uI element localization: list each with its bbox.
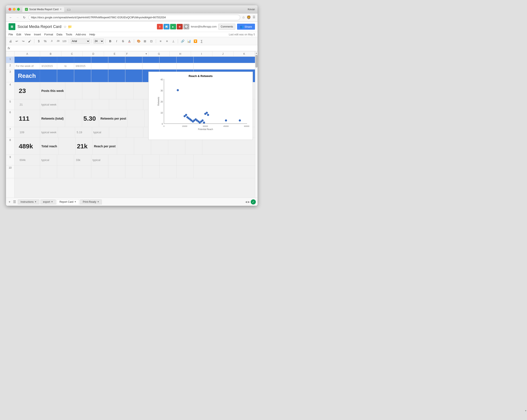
italic-button[interactable]: I: [114, 38, 119, 44]
cell-c9[interactable]: [57, 155, 74, 165]
folder-icon[interactable]: 📁: [68, 25, 72, 29]
add-sheet-button[interactable]: +: [8, 200, 11, 204]
cell-d6[interactable]: 5.30: [82, 110, 99, 127]
bookmark-icon[interactable]: ☆: [242, 15, 245, 19]
cell-i9[interactable]: [159, 155, 176, 165]
cell-h1[interactable]: [143, 57, 159, 63]
menu-addons[interactable]: Add-ons: [76, 33, 86, 36]
menu-insert[interactable]: Insert: [34, 33, 41, 36]
buffer-icon-4[interactable]: 🎯: [177, 24, 183, 29]
font-color-button[interactable]: A: [127, 38, 132, 44]
cell-b6[interactable]: Retweets (total): [40, 110, 65, 127]
strikethrough-button[interactable]: S: [120, 38, 126, 44]
fill-color-button[interactable]: 🎨: [136, 38, 141, 44]
cell-c4[interactable]: [65, 82, 82, 99]
refresh-button[interactable]: ↻: [22, 15, 27, 20]
print-button[interactable]: 🖨: [8, 38, 13, 44]
cell-g2[interactable]: [125, 63, 143, 69]
cell-a5[interactable]: 21: [14, 99, 40, 110]
cell-b5[interactable]: typical week: [40, 99, 58, 110]
cell-g8[interactable]: [134, 138, 151, 155]
cell-d4[interactable]: [82, 82, 99, 99]
cell-f9[interactable]: [108, 155, 125, 165]
scroll-thumb[interactable]: [255, 55, 258, 67]
extension-icon-2[interactable]: ☰: [253, 15, 255, 19]
cell-g7[interactable]: [126, 127, 143, 137]
cell-f4[interactable]: [116, 82, 133, 99]
cell-i2[interactable]: [159, 63, 176, 69]
minimize-button[interactable]: [13, 8, 16, 11]
tab-instructions[interactable]: Instructions ▼: [18, 199, 39, 204]
cell-d5[interactable]: [75, 99, 92, 110]
cell-g4[interactable]: [133, 82, 151, 99]
number-format-button[interactable]: 123: [62, 38, 67, 44]
cell-e9[interactable]: typical: [91, 155, 108, 165]
url-input[interactable]: [29, 15, 240, 20]
cell-b8[interactable]: Total reach: [40, 138, 59, 155]
cell-b9[interactable]: typical: [40, 155, 57, 165]
cell-g1[interactable]: [125, 57, 143, 63]
cell-e6[interactable]: Retweets per post: [99, 110, 128, 127]
cell-i1[interactable]: [159, 57, 176, 63]
tab-report-card[interactable]: Report Card ▼: [57, 199, 79, 204]
cell-e1[interactable]: [91, 57, 108, 63]
share-button[interactable]: 👥 Share: [237, 24, 255, 30]
menu-format[interactable]: Format: [44, 33, 53, 36]
cell-a4[interactable]: 23: [14, 82, 40, 99]
menu-file[interactable]: File: [9, 33, 13, 36]
cell-d7[interactable]: 5.19: [75, 127, 92, 137]
cell-d8[interactable]: 21k: [76, 138, 93, 155]
cell-c2[interactable]: to: [57, 63, 74, 69]
close-button[interactable]: [9, 8, 11, 11]
cell-e4[interactable]: [99, 82, 116, 99]
cell-e2[interactable]: [91, 63, 108, 69]
cell-h9[interactable]: [143, 155, 159, 165]
buffer-icon-3[interactable]: ▶: [170, 24, 176, 29]
cell-g10[interactable]: [125, 166, 143, 178]
extension-icon-1[interactable]: 🦁: [247, 15, 251, 19]
cell-d10[interactable]: [74, 166, 91, 178]
cell-a1[interactable]: [14, 57, 40, 63]
tab-close-icon[interactable]: ✕: [60, 8, 62, 11]
format-paint-button[interactable]: 🖌: [27, 38, 33, 44]
cell-a8[interactable]: 489k: [14, 138, 40, 155]
cell-c3[interactable]: [57, 69, 74, 82]
cell-b10[interactable]: [40, 166, 57, 178]
align-left-button[interactable]: ≡: [158, 38, 163, 44]
cell-g3[interactable]: [125, 69, 143, 82]
cell-c7[interactable]: [58, 127, 75, 137]
currency-button[interactable]: $: [36, 38, 42, 44]
sheets-list-button[interactable]: ☰: [12, 200, 17, 204]
font-size-select[interactable]: 24: [94, 39, 104, 44]
cell-b2[interactable]: 3/13/2015: [40, 63, 57, 69]
vertical-align-button[interactable]: ⊥: [171, 38, 176, 44]
maximize-button[interactable]: [17, 8, 20, 11]
cell-i8[interactable]: [168, 138, 185, 155]
menu-data[interactable]: Data: [56, 33, 62, 36]
cell-c6[interactable]: [65, 110, 82, 127]
cell-i10[interactable]: [159, 166, 176, 178]
cell-f7[interactable]: [109, 127, 126, 137]
cell-d3[interactable]: [74, 69, 91, 82]
cell-g9[interactable]: [125, 155, 143, 165]
cell-d9[interactable]: 33k: [74, 155, 91, 165]
back-button[interactable]: ←: [8, 15, 13, 20]
cell-a10[interactable]: [14, 166, 40, 178]
cell-b4[interactable]: Posts this week: [40, 82, 65, 99]
font-select[interactable]: Arial: [71, 39, 90, 44]
comments-bubble-icon[interactable]: 💬: [183, 24, 189, 29]
vertical-scrollbar[interactable]: ▲ ▼: [255, 51, 258, 198]
cell-f1[interactable]: [108, 57, 125, 63]
tab-print-ready[interactable]: Print-Ready ▼: [80, 199, 102, 204]
borders-button[interactable]: ⊞: [142, 38, 148, 44]
cell-j1[interactable]: [176, 57, 194, 63]
menu-view[interactable]: View: [24, 33, 31, 36]
cell-f10[interactable]: [108, 166, 125, 178]
cell-b3[interactable]: [40, 69, 57, 82]
cell-h10[interactable]: [143, 166, 159, 178]
cell-e3[interactable]: [91, 69, 108, 82]
tab-export[interactable]: export ▼: [40, 199, 56, 204]
cell-a7[interactable]: 109: [14, 127, 40, 137]
percent-button[interactable]: %: [43, 38, 48, 44]
chart-button[interactable]: 📊: [186, 38, 192, 44]
